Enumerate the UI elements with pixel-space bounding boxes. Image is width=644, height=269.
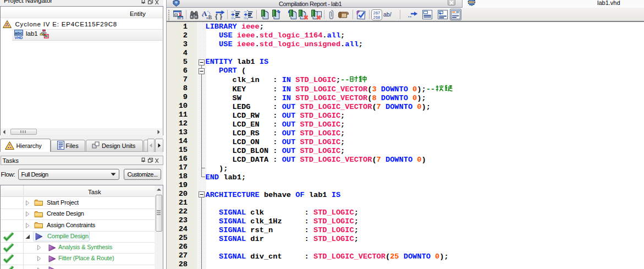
svg-text:{ }: { } <box>215 13 222 20</box>
svg-text:B: B <box>208 14 212 19</box>
svg-text:VHD: VHD <box>15 36 23 40</box>
svg-text:ab/: ab/ <box>383 11 392 18</box>
svg-text:abc: abc <box>15 31 23 36</box>
svg-text:268: 268 <box>373 15 379 20</box>
